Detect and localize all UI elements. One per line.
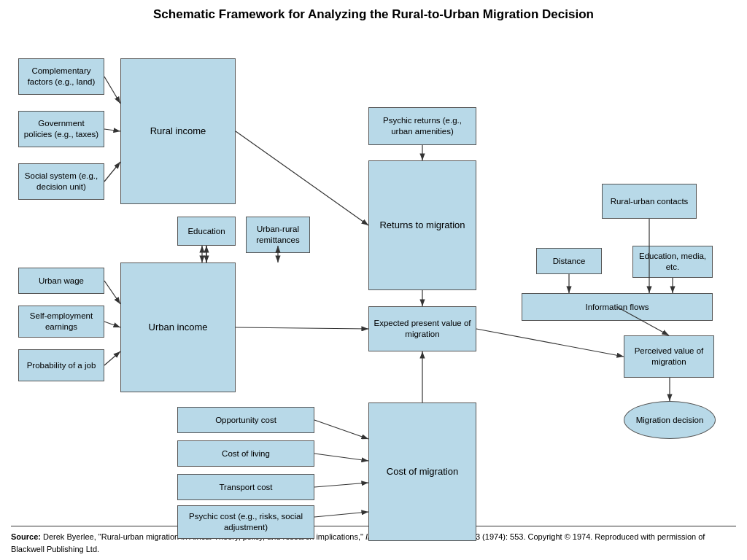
education-box: Education bbox=[177, 217, 236, 246]
svg-line-14 bbox=[104, 351, 120, 365]
rural-urban-contacts-box: Rural-urban contacts bbox=[602, 184, 697, 219]
svg-line-3 bbox=[104, 129, 120, 131]
svg-line-4 bbox=[104, 162, 120, 182]
opportunity-cost-box: Opportunity cost bbox=[177, 407, 314, 433]
cost-migration-box: Cost of migration bbox=[368, 402, 476, 541]
urban-rural-box: Urban-rural remittances bbox=[246, 217, 310, 253]
svg-line-13 bbox=[104, 322, 120, 327]
complementary-box: Complementary factors (e.g., land) bbox=[18, 58, 104, 95]
returns-migration-box: Returns to migration bbox=[368, 160, 476, 290]
source-label: Source: bbox=[11, 532, 41, 541]
svg-line-12 bbox=[104, 281, 120, 304]
prob-job-box: Probability of a job bbox=[18, 349, 104, 381]
info-flows-box: Information flows bbox=[522, 293, 713, 321]
page-title: Schematic Framework for Analyzing the Ru… bbox=[11, 7, 736, 22]
social-system-box: Social system (e.g., decision unit) bbox=[18, 163, 104, 200]
cost-living-box: Cost of living bbox=[177, 440, 314, 467]
svg-line-19 bbox=[314, 512, 368, 517]
svg-line-17 bbox=[314, 454, 368, 461]
svg-line-16 bbox=[314, 420, 368, 439]
distance-box: Distance bbox=[536, 248, 602, 274]
svg-line-15 bbox=[236, 327, 368, 329]
migration-decision-ellipse: Migration decision bbox=[624, 401, 716, 439]
svg-line-21 bbox=[476, 329, 624, 357]
perceived-value-box: Perceived value of migration bbox=[624, 335, 714, 378]
rural-income-box: Rural income bbox=[120, 58, 236, 204]
expected-present-box: Expected present value of migration bbox=[368, 306, 476, 351]
psychic-returns-box: Psychic returns (e.g., urban amenities) bbox=[368, 107, 476, 145]
edu-media-box: Education, media, etc. bbox=[632, 246, 713, 278]
svg-line-18 bbox=[314, 483, 368, 487]
self-employment-box: Self-employment earnings bbox=[18, 306, 104, 338]
urban-wage-box: Urban wage bbox=[18, 268, 104, 294]
svg-line-2 bbox=[104, 77, 120, 104]
svg-line-5 bbox=[236, 131, 368, 225]
urban-income-box: Urban income bbox=[120, 262, 236, 392]
psychic-cost-box: Psychic cost (e.g., risks, social adjust… bbox=[177, 505, 314, 539]
transport-cost-box: Transport cost bbox=[177, 474, 314, 500]
govt-policies-box: Government policies (e.g., taxes) bbox=[18, 111, 104, 147]
diagram: Complementary factors (e.g., land) Gover… bbox=[11, 31, 736, 526]
